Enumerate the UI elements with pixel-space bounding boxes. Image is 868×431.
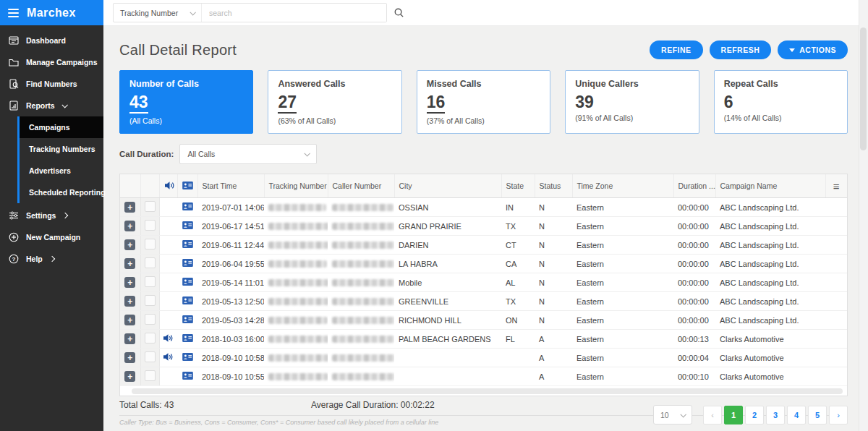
page-scrollbar-thumb[interactable] bbox=[860, 27, 867, 150]
expand-row-button[interactable]: + bbox=[124, 296, 135, 307]
sidebar-item-settings[interactable]: Settings bbox=[0, 205, 103, 226]
cell-tracking-number bbox=[264, 236, 328, 255]
card-value[interactable]: 43 bbox=[129, 94, 148, 114]
row-checkbox[interactable] bbox=[145, 370, 156, 381]
summary-card-number-of-calls[interactable]: Number of Calls43(All Calls) bbox=[119, 70, 253, 134]
column-header-city[interactable]: City bbox=[394, 174, 501, 198]
expand-row-button[interactable]: + bbox=[124, 371, 135, 382]
cell-city: LA HABRA bbox=[394, 255, 501, 273]
row-checkbox[interactable] bbox=[145, 239, 156, 249]
hamburger-menu-icon[interactable] bbox=[8, 9, 19, 17]
column-header-time-zone[interactable]: Time Zone bbox=[572, 174, 673, 198]
cell-menu bbox=[825, 273, 847, 292]
summary-card-answered-calls[interactable]: Answered Calls27(63% of All Calls) bbox=[268, 70, 401, 134]
cell-time-zone: Eastern bbox=[572, 292, 673, 311]
cell-duration: 00:00:00 bbox=[673, 273, 715, 292]
refine-button[interactable]: REFINE bbox=[650, 40, 703, 59]
sidebar-item-help[interactable]: ?Help bbox=[0, 248, 103, 270]
expand-row-button[interactable]: + bbox=[124, 221, 135, 231]
page-button-3[interactable]: 3 bbox=[766, 406, 785, 424]
page-button-2[interactable]: 2 bbox=[745, 406, 764, 424]
contact-card-icon[interactable] bbox=[182, 278, 193, 287]
contact-card-icon[interactable] bbox=[182, 335, 193, 343]
page-button-1[interactable]: 1 bbox=[724, 406, 743, 424]
expand-row-button[interactable]: + bbox=[124, 239, 135, 250]
page-scrollbar[interactable] bbox=[859, 0, 868, 431]
contact-card-icon[interactable] bbox=[182, 241, 193, 249]
speaker-icon[interactable] bbox=[163, 336, 174, 344]
scrollbar-thumb[interactable] bbox=[132, 388, 843, 394]
cell-duration: 00:00:13 bbox=[673, 330, 715, 349]
row-checkbox[interactable] bbox=[145, 351, 156, 362]
chevron-down-icon bbox=[305, 150, 310, 156]
column-menu-icon[interactable]: ≡ bbox=[833, 180, 840, 192]
column-header-start-time[interactable]: Start Time bbox=[197, 174, 264, 198]
column-header-state[interactable]: State bbox=[501, 174, 535, 198]
cell-campaign-name: ABC Landscaping Ltd. bbox=[715, 217, 825, 236]
row-checkbox[interactable] bbox=[145, 314, 156, 325]
expand-row-button[interactable]: + bbox=[124, 333, 135, 344]
actions-button[interactable]: ACTIONS bbox=[778, 40, 848, 59]
column-header-status[interactable]: Status bbox=[535, 174, 572, 198]
contact-card-icon[interactable] bbox=[182, 316, 193, 325]
table-row: +2018-10-03 16:00:16PALM BEACH GARDENSFL… bbox=[120, 330, 847, 349]
row-checkbox[interactable] bbox=[145, 257, 156, 268]
contact-card-icon[interactable] bbox=[182, 354, 193, 362]
contact-card-icon[interactable] bbox=[182, 372, 193, 381]
previous-page-button[interactable]: ‹ bbox=[703, 406, 722, 424]
summary-card-repeat-calls[interactable]: Repeat Calls6(14% of All Calls) bbox=[714, 70, 848, 134]
column-header-duration[interactable]: Duration ... bbox=[673, 174, 715, 198]
cell-tracking-number bbox=[264, 292, 328, 311]
cell-tracking-number bbox=[264, 349, 328, 367]
pager: ‹12345› bbox=[703, 406, 848, 424]
expand-row-button[interactable]: + bbox=[124, 202, 135, 213]
sidebar-subitem-campaigns[interactable]: Campaigns bbox=[20, 116, 103, 138]
column-header-campaign-name[interactable]: Campaign Name bbox=[715, 174, 825, 198]
page-size-select[interactable]: 10 bbox=[653, 405, 692, 424]
call-duration-select[interactable]: All Calls bbox=[179, 144, 317, 164]
expand-row-button[interactable]: + bbox=[124, 277, 135, 288]
contact-card-icon[interactable] bbox=[182, 297, 193, 306]
speaker-icon[interactable] bbox=[163, 354, 174, 363]
sidebar-item-reports[interactable]: Reports bbox=[0, 95, 103, 116]
page-button-4[interactable]: 4 bbox=[787, 406, 806, 424]
expand-row-button[interactable]: + bbox=[124, 352, 135, 363]
sidebar-subitem-tracking-numbers[interactable]: Tracking Numbers bbox=[20, 138, 103, 160]
sidebar-subitem-scheduled-reporting[interactable]: Scheduled Reporting bbox=[20, 182, 103, 203]
sidebar-subitem-advertisers[interactable]: Advertisers bbox=[20, 160, 103, 182]
redacted-caller-number bbox=[332, 204, 394, 211]
expand-row-button[interactable]: + bbox=[124, 315, 135, 325]
cell-time-zone: Eastern bbox=[572, 311, 673, 330]
card-value[interactable]: 27 bbox=[278, 94, 297, 114]
row-checkbox[interactable] bbox=[145, 333, 156, 343]
contact-card-icon[interactable] bbox=[182, 203, 193, 212]
column-header-caller-number[interactable]: Caller Number bbox=[328, 174, 394, 198]
page-button-5[interactable]: 5 bbox=[808, 406, 827, 424]
row-checkbox[interactable] bbox=[145, 201, 156, 212]
sidebar-item-manage-campaigns[interactable]: Manage Campaigns bbox=[0, 51, 103, 73]
contact-card-icon[interactable] bbox=[182, 260, 193, 268]
card-value: 6 bbox=[724, 94, 733, 111]
sidebar-item-new-campaign[interactable]: New Campaign bbox=[0, 226, 103, 248]
sidebar-item-find-numbers[interactable]: Find Numbers bbox=[0, 73, 103, 95]
contact-card-icon[interactable] bbox=[182, 222, 193, 231]
card-value[interactable]: 16 bbox=[427, 94, 446, 114]
next-page-button[interactable]: › bbox=[829, 406, 848, 424]
column-header-tracking-number[interactable]: Tracking Number ... bbox=[264, 174, 328, 198]
summary-card-unique-callers[interactable]: Unique Callers39(91% of All Calls) bbox=[565, 70, 699, 134]
search-input[interactable] bbox=[202, 4, 386, 22]
folder-icon bbox=[9, 57, 19, 67]
cell-start-time: 2018-10-03 16:00:16 bbox=[197, 330, 264, 349]
row-checkbox[interactable] bbox=[145, 295, 156, 306]
row-checkbox[interactable] bbox=[145, 276, 156, 287]
card-title: Missed Calls bbox=[427, 79, 540, 89]
refresh-button[interactable]: REFRESH bbox=[710, 40, 772, 59]
row-checkbox[interactable] bbox=[145, 220, 156, 231]
search-category-select[interactable]: Tracking Number bbox=[114, 4, 202, 22]
sidebar-item-dashboard[interactable]: Dashboard bbox=[0, 30, 103, 51]
search-icon[interactable] bbox=[393, 7, 404, 18]
cell-caller-number bbox=[328, 273, 394, 292]
summary-card-missed-calls[interactable]: Missed Calls16(37% of All Calls) bbox=[417, 70, 550, 134]
expand-row-button[interactable]: + bbox=[124, 258, 135, 269]
redacted-caller-number bbox=[332, 279, 394, 286]
